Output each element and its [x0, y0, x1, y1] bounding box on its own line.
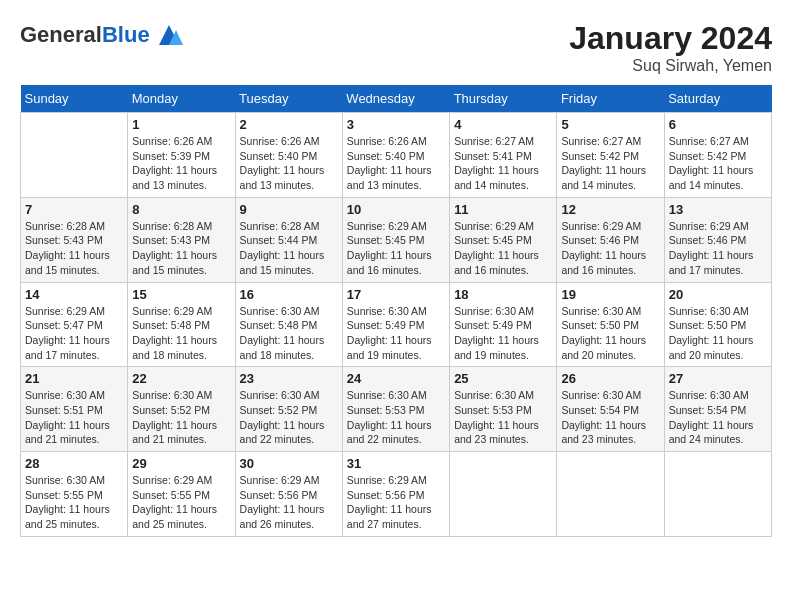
- calendar-day-cell: 16Sunrise: 6:30 AMSunset: 5:48 PMDayligh…: [235, 282, 342, 367]
- logo-icon: [154, 20, 184, 50]
- calendar-day-cell: [450, 452, 557, 537]
- day-number: 4: [454, 117, 552, 132]
- weekday-header-cell: Sunday: [21, 85, 128, 113]
- day-number: 22: [132, 371, 230, 386]
- calendar-day-cell: 7Sunrise: 6:28 AMSunset: 5:43 PMDaylight…: [21, 197, 128, 282]
- calendar-day-cell: 26Sunrise: 6:30 AMSunset: 5:54 PMDayligh…: [557, 367, 664, 452]
- weekday-header-cell: Wednesday: [342, 85, 449, 113]
- day-info: Sunrise: 6:29 AMSunset: 5:46 PMDaylight:…: [561, 219, 659, 278]
- calendar-day-cell: 6Sunrise: 6:27 AMSunset: 5:42 PMDaylight…: [664, 113, 771, 198]
- day-number: 20: [669, 287, 767, 302]
- day-info: Sunrise: 6:27 AMSunset: 5:42 PMDaylight:…: [669, 134, 767, 193]
- day-number: 28: [25, 456, 123, 471]
- day-info: Sunrise: 6:26 AMSunset: 5:40 PMDaylight:…: [240, 134, 338, 193]
- calendar-day-cell: [664, 452, 771, 537]
- calendar-day-cell: 12Sunrise: 6:29 AMSunset: 5:46 PMDayligh…: [557, 197, 664, 282]
- calendar-day-cell: 4Sunrise: 6:27 AMSunset: 5:41 PMDaylight…: [450, 113, 557, 198]
- month-title: January 2024: [569, 20, 772, 57]
- calendar-day-cell: 30Sunrise: 6:29 AMSunset: 5:56 PMDayligh…: [235, 452, 342, 537]
- day-info: Sunrise: 6:26 AMSunset: 5:39 PMDaylight:…: [132, 134, 230, 193]
- day-info: Sunrise: 6:30 AMSunset: 5:48 PMDaylight:…: [240, 304, 338, 363]
- day-number: 8: [132, 202, 230, 217]
- calendar-day-cell: 19Sunrise: 6:30 AMSunset: 5:50 PMDayligh…: [557, 282, 664, 367]
- day-info: Sunrise: 6:29 AMSunset: 5:47 PMDaylight:…: [25, 304, 123, 363]
- calendar-day-cell: 9Sunrise: 6:28 AMSunset: 5:44 PMDaylight…: [235, 197, 342, 282]
- day-number: 14: [25, 287, 123, 302]
- day-info: Sunrise: 6:29 AMSunset: 5:48 PMDaylight:…: [132, 304, 230, 363]
- day-number: 29: [132, 456, 230, 471]
- day-number: 31: [347, 456, 445, 471]
- calendar-day-cell: 31Sunrise: 6:29 AMSunset: 5:56 PMDayligh…: [342, 452, 449, 537]
- day-number: 9: [240, 202, 338, 217]
- day-number: 12: [561, 202, 659, 217]
- day-info: Sunrise: 6:29 AMSunset: 5:45 PMDaylight:…: [454, 219, 552, 278]
- day-info: Sunrise: 6:27 AMSunset: 5:42 PMDaylight:…: [561, 134, 659, 193]
- day-number: 21: [25, 371, 123, 386]
- calendar-day-cell: 21Sunrise: 6:30 AMSunset: 5:51 PMDayligh…: [21, 367, 128, 452]
- day-number: 11: [454, 202, 552, 217]
- calendar-day-cell: 13Sunrise: 6:29 AMSunset: 5:46 PMDayligh…: [664, 197, 771, 282]
- day-number: 19: [561, 287, 659, 302]
- calendar-day-cell: 11Sunrise: 6:29 AMSunset: 5:45 PMDayligh…: [450, 197, 557, 282]
- calendar-week-row: 28Sunrise: 6:30 AMSunset: 5:55 PMDayligh…: [21, 452, 772, 537]
- calendar-day-cell: 18Sunrise: 6:30 AMSunset: 5:49 PMDayligh…: [450, 282, 557, 367]
- day-info: Sunrise: 6:30 AMSunset: 5:49 PMDaylight:…: [347, 304, 445, 363]
- day-number: 1: [132, 117, 230, 132]
- day-number: 23: [240, 371, 338, 386]
- day-number: 13: [669, 202, 767, 217]
- calendar-day-cell: 14Sunrise: 6:29 AMSunset: 5:47 PMDayligh…: [21, 282, 128, 367]
- day-info: Sunrise: 6:30 AMSunset: 5:52 PMDaylight:…: [132, 388, 230, 447]
- weekday-header-cell: Saturday: [664, 85, 771, 113]
- calendar-day-cell: 10Sunrise: 6:29 AMSunset: 5:45 PMDayligh…: [342, 197, 449, 282]
- page-header: GeneralBlue January 2024 Suq Sirwah, Yem…: [20, 20, 772, 75]
- calendar-day-cell: 25Sunrise: 6:30 AMSunset: 5:53 PMDayligh…: [450, 367, 557, 452]
- weekday-header-cell: Thursday: [450, 85, 557, 113]
- calendar-week-row: 14Sunrise: 6:29 AMSunset: 5:47 PMDayligh…: [21, 282, 772, 367]
- day-info: Sunrise: 6:30 AMSunset: 5:53 PMDaylight:…: [347, 388, 445, 447]
- calendar-day-cell: 23Sunrise: 6:30 AMSunset: 5:52 PMDayligh…: [235, 367, 342, 452]
- day-info: Sunrise: 6:29 AMSunset: 5:55 PMDaylight:…: [132, 473, 230, 532]
- logo-blue: Blue: [102, 22, 150, 47]
- day-info: Sunrise: 6:30 AMSunset: 5:54 PMDaylight:…: [561, 388, 659, 447]
- calendar-week-row: 1Sunrise: 6:26 AMSunset: 5:39 PMDaylight…: [21, 113, 772, 198]
- day-info: Sunrise: 6:28 AMSunset: 5:44 PMDaylight:…: [240, 219, 338, 278]
- day-info: Sunrise: 6:28 AMSunset: 5:43 PMDaylight:…: [132, 219, 230, 278]
- calendar-week-row: 7Sunrise: 6:28 AMSunset: 5:43 PMDaylight…: [21, 197, 772, 282]
- day-number: 16: [240, 287, 338, 302]
- day-info: Sunrise: 6:30 AMSunset: 5:50 PMDaylight:…: [561, 304, 659, 363]
- calendar-day-cell: [21, 113, 128, 198]
- title-block: January 2024 Suq Sirwah, Yemen: [569, 20, 772, 75]
- day-number: 10: [347, 202, 445, 217]
- weekday-header-row: SundayMondayTuesdayWednesdayThursdayFrid…: [21, 85, 772, 113]
- calendar-day-cell: 3Sunrise: 6:26 AMSunset: 5:40 PMDaylight…: [342, 113, 449, 198]
- calendar-day-cell: [557, 452, 664, 537]
- day-number: 27: [669, 371, 767, 386]
- day-number: 18: [454, 287, 552, 302]
- calendar-day-cell: 27Sunrise: 6:30 AMSunset: 5:54 PMDayligh…: [664, 367, 771, 452]
- day-info: Sunrise: 6:30 AMSunset: 5:55 PMDaylight:…: [25, 473, 123, 532]
- calendar-day-cell: 5Sunrise: 6:27 AMSunset: 5:42 PMDaylight…: [557, 113, 664, 198]
- calendar-day-cell: 24Sunrise: 6:30 AMSunset: 5:53 PMDayligh…: [342, 367, 449, 452]
- day-info: Sunrise: 6:28 AMSunset: 5:43 PMDaylight:…: [25, 219, 123, 278]
- day-info: Sunrise: 6:30 AMSunset: 5:54 PMDaylight:…: [669, 388, 767, 447]
- day-info: Sunrise: 6:30 AMSunset: 5:52 PMDaylight:…: [240, 388, 338, 447]
- calendar-day-cell: 29Sunrise: 6:29 AMSunset: 5:55 PMDayligh…: [128, 452, 235, 537]
- day-number: 3: [347, 117, 445, 132]
- calendar-day-cell: 17Sunrise: 6:30 AMSunset: 5:49 PMDayligh…: [342, 282, 449, 367]
- calendar-day-cell: 22Sunrise: 6:30 AMSunset: 5:52 PMDayligh…: [128, 367, 235, 452]
- day-number: 17: [347, 287, 445, 302]
- day-number: 2: [240, 117, 338, 132]
- calendar-day-cell: 28Sunrise: 6:30 AMSunset: 5:55 PMDayligh…: [21, 452, 128, 537]
- location-subtitle: Suq Sirwah, Yemen: [569, 57, 772, 75]
- day-number: 7: [25, 202, 123, 217]
- weekday-header-cell: Friday: [557, 85, 664, 113]
- day-info: Sunrise: 6:29 AMSunset: 5:45 PMDaylight:…: [347, 219, 445, 278]
- weekday-header-cell: Monday: [128, 85, 235, 113]
- day-number: 25: [454, 371, 552, 386]
- day-number: 6: [669, 117, 767, 132]
- day-info: Sunrise: 6:29 AMSunset: 5:56 PMDaylight:…: [240, 473, 338, 532]
- day-info: Sunrise: 6:30 AMSunset: 5:51 PMDaylight:…: [25, 388, 123, 447]
- day-info: Sunrise: 6:30 AMSunset: 5:50 PMDaylight:…: [669, 304, 767, 363]
- day-info: Sunrise: 6:30 AMSunset: 5:49 PMDaylight:…: [454, 304, 552, 363]
- calendar-table: SundayMondayTuesdayWednesdayThursdayFrid…: [20, 85, 772, 537]
